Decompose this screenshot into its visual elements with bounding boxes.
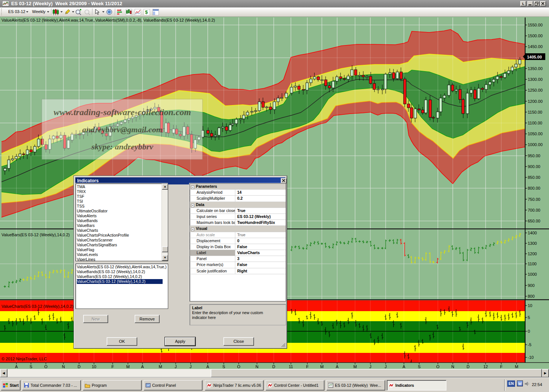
svg-text:D: D (272, 364, 275, 369)
svg-text:N: N (451, 364, 454, 369)
svg-text:© 2012 NinjaTrader, LLC: © 2012 NinjaTrader, LLC (1, 357, 47, 361)
svg-text:650.00: 650.00 (528, 219, 540, 223)
svg-text:M: M (515, 364, 518, 369)
svg-text:-5: -5 (528, 342, 531, 347)
svg-text:M: M (126, 364, 129, 369)
svg-text:950.00: 950.00 (528, 154, 540, 158)
svg-text:www.trading-software-collectio: www.trading-software-collection.com (54, 107, 191, 117)
svg-text:800: 800 (528, 294, 534, 298)
svg-text:800.00: 800.00 (528, 186, 540, 190)
svg-text:F: F (500, 364, 503, 369)
svg-text:skype: andreybbrv: skype: andreybbrv (91, 142, 153, 151)
svg-text:A: A (402, 364, 405, 369)
svg-text:750.00: 750.00 (528, 197, 540, 202)
svg-text:1250.00: 1250.00 (528, 88, 543, 92)
svg-text:F: F (306, 364, 309, 369)
svg-text:1450.00: 1450.00 (528, 44, 543, 49)
svg-text:1150.00: 1150.00 (528, 110, 542, 114)
svg-text:900: 900 (528, 283, 534, 288)
svg-text:A: A (141, 364, 144, 369)
svg-text:N: N (62, 364, 65, 369)
svg-text:0: 0 (528, 329, 530, 333)
svg-text:M: M (353, 364, 357, 369)
svg-text:O: O (44, 364, 48, 369)
svg-text:1400: 1400 (528, 231, 537, 235)
svg-text:10: 10 (92, 364, 96, 369)
svg-text:1000: 1000 (528, 272, 537, 276)
svg-text:1100.00: 1100.00 (528, 121, 542, 125)
svg-text:1200.00: 1200.00 (528, 99, 543, 104)
svg-text:ValueBars(ES 03-12 (Weekly),14: ValueBars(ES 03-12 (Weekly),14,0.2) (1, 233, 70, 237)
svg-text:A: A (15, 364, 18, 369)
svg-text:1050.00: 1050.00 (528, 132, 543, 136)
svg-text:1200: 1200 (528, 252, 537, 256)
svg-text:O: O (436, 364, 440, 369)
svg-text:1100: 1100 (528, 262, 537, 266)
svg-text:J: J (385, 364, 387, 369)
svg-text:700.00: 700.00 (528, 208, 540, 212)
svg-text:S: S (222, 364, 225, 369)
svg-text:11: 11 (289, 364, 293, 369)
svg-text:850.00: 850.00 (528, 175, 540, 180)
svg-text:F: F (112, 364, 114, 369)
svg-text:ValueAlerts(ES 03-12 (Weekly),: ValueAlerts(ES 03-12 (Weekly),Alert4.wav… (1, 18, 215, 22)
svg-text:J: J (175, 364, 177, 369)
svg-text:N: N (255, 364, 258, 369)
svg-text:1500.00: 1500.00 (528, 34, 543, 38)
svg-text:1000.00: 1000.00 (528, 142, 543, 147)
svg-text:12: 12 (483, 364, 488, 369)
svg-text:$: $ (145, 9, 148, 15)
svg-text:A: A (336, 364, 339, 369)
svg-text:5: 5 (528, 315, 530, 320)
svg-text:M: M (320, 364, 323, 369)
svg-text:1300: 1300 (528, 241, 537, 246)
svg-text:1300.00: 1300.00 (528, 77, 543, 82)
svg-text:10: 10 (528, 303, 532, 308)
svg-text:J: J (369, 364, 371, 369)
svg-text:S: S (29, 364, 32, 369)
svg-text:1405.00: 1405.00 (527, 55, 542, 59)
svg-text:D: D (467, 364, 470, 369)
svg-text:O: O (237, 364, 241, 369)
svg-text:D: D (78, 364, 81, 369)
svg-text:-10: -10 (528, 355, 534, 360)
svg-text:1550.00: 1550.00 (528, 23, 543, 27)
svg-text:andreybbrv@gmail.com: andreybbrv@gmail.com (82, 125, 163, 134)
svg-text:M: M (159, 364, 162, 369)
svg-text:J: J (189, 364, 192, 369)
svg-text:A: A (206, 364, 209, 369)
svg-text:S: S (418, 364, 420, 369)
svg-text:1350.00: 1350.00 (528, 66, 543, 71)
svg-text:ValueCharts(ES 03-12 (Weekly),: ValueCharts(ES 03-12 (Weekly),14,0.2) (1, 304, 73, 309)
svg-text:900.00: 900.00 (528, 164, 540, 169)
